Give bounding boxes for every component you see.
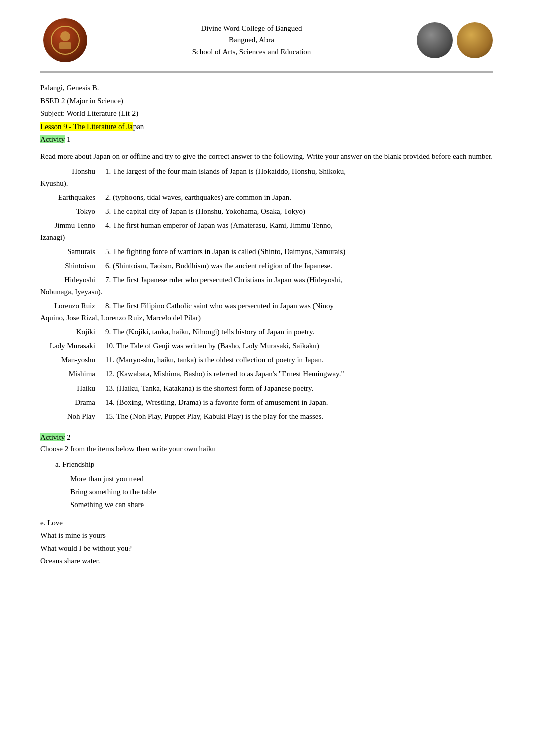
logo-left <box>40 15 90 65</box>
qa-answer-15: Noh Play <box>40 410 105 422</box>
student-subject: Subject: World Literature (Lit 2) <box>40 107 493 120</box>
qa-item-8-cont: Aquino, Jose Rizal, Lorenzo Ruiz, Marcel… <box>40 312 493 324</box>
qa-item-11: Man-yoshu 11. (Manyo-shu, haiku, tanka) … <box>40 354 493 366</box>
qa-answer-9: Kojiki <box>40 326 105 338</box>
qa-question-2: 2. (typhoons, tidal waves, earthquakes) … <box>105 191 493 203</box>
header-logos-right <box>413 22 493 58</box>
qa-answer-13: Haiku <box>40 382 105 394</box>
qa-item-13: Haiku 13. (Haiku, Tanka, Katakana) is th… <box>40 382 493 394</box>
qa-answer-2: Earthquakes <box>40 191 105 203</box>
qa-item-9: Kojiki 9. The (Kojiki, tanka, haiku, Nih… <box>40 326 493 338</box>
student-course: BSED 2 (Major in Science) <box>40 95 493 108</box>
activity2-heading: Activity 2 <box>40 433 493 442</box>
qa-item-14: Drama 14. (Boxing, Wrestling, Drama) is … <box>40 396 493 408</box>
header-line1: Divine Word College of Bangued <box>90 23 413 34</box>
qa-item-7: Hideyoshi 7. The first Japanese ruler wh… <box>40 274 493 298</box>
qa-answer-12: Mishima <box>40 368 105 380</box>
qa-answer-4: Jimmu Tenno <box>40 219 105 231</box>
qa-item-8: Lorenzo Ruiz 8. The first Filipino Catho… <box>40 300 493 324</box>
qa-question-8: 8. The first Filipino Catholic saint who… <box>105 300 493 312</box>
haiku-e-line2: What would I be without you? <box>40 542 493 555</box>
haiku-item-a: a. Friendship <box>55 458 493 471</box>
qa-item-7-cont: Nobunaga, Iyeyasu). <box>40 286 493 298</box>
qa-question-15: 15. The (Noh Play, Puppet Play, Kabuki P… <box>105 410 493 422</box>
activity2-section: Activity 2 Choose 2 from the items below… <box>40 433 493 568</box>
qa-item-4-cont: Izanagi) <box>40 231 493 243</box>
haiku-item-e-label: e. Love <box>40 517 493 530</box>
qa-item-2: Earthquakes 2. (typhoons, tidal waves, e… <box>40 191 493 203</box>
student-name: Palangi, Genesis B. <box>40 82 493 95</box>
qa-question-10: 10. The Tale of Genji was written by (Ba… <box>105 340 493 352</box>
school-logo-left <box>43 18 87 62</box>
haiku-a-line3: Something we can share <box>70 498 493 512</box>
activity1-number: 1 <box>65 135 70 143</box>
haiku-e-line3: Oceans share water. <box>40 555 493 568</box>
activity2-number: 2 <box>65 433 70 441</box>
qa-item-7-firstline: Hideyoshi 7. The first Japanese ruler wh… <box>40 274 493 286</box>
lesson-highlight: Lesson 9 - The Literature of Ja <box>40 122 133 131</box>
qa-answer-1: Honshu <box>40 165 105 177</box>
qa-item-4-firstline: Jimmu Tenno 4. The first human emperor o… <box>40 219 493 231</box>
activity1-intro: Read more about Japan on or offline and … <box>40 150 493 162</box>
header-center: Divine Word College of Bangued Bangued, … <box>90 23 413 58</box>
qa-item-8-firstline: Lorenzo Ruiz 8. The first Filipino Catho… <box>40 300 493 312</box>
activity2-label: Activity <box>40 433 65 441</box>
qa-question-13: 13. (Haiku, Tanka, Katakana) is the shor… <box>105 382 493 394</box>
qa-answer-11: Man-yoshu <box>40 354 105 366</box>
header-line2: Bangued, Abra <box>90 34 413 46</box>
lesson-line: Lesson 9 - The Literature of Japan <box>40 120 493 134</box>
qa-answer-7: Hideyoshi <box>40 274 105 286</box>
qa-answer-6: Shintoism <box>40 260 105 272</box>
qa-item-5: Samurais 5. The fighting force of warrio… <box>40 245 493 258</box>
qa-answer-10: Lady Murasaki <box>40 340 105 352</box>
header-line3: School of Arts, Sciences and Education <box>90 46 413 58</box>
student-info: Palangi, Genesis B. BSED 2 (Major in Sci… <box>40 82 493 146</box>
qa-item-12: Mishima 12. (Kawabata, Mishima, Basho) i… <box>40 368 493 380</box>
qa-question-4: 4. The first human emperor of Japan was … <box>105 219 493 231</box>
qa-question-14: 14. (Boxing, Wrestling, Drama) is a favo… <box>105 396 493 408</box>
school-logo-right2 <box>457 22 493 58</box>
haiku-e-line1: What is mine is yours <box>40 529 493 542</box>
qa-question-6: 6. (Shintoism, Taoism, Buddhism) was the… <box>105 260 493 272</box>
page: Divine Word College of Bangued Bangued, … <box>0 0 533 756</box>
qa-item-1: Honshu 1. The largest of the four main i… <box>40 165 493 189</box>
qa-item-3: Tokyo 3. The capital city of Japan is (H… <box>40 205 493 217</box>
qa-question-12: 12. (Kawabata, Mishima, Basho) is referr… <box>105 368 493 380</box>
qa-section: Honshu 1. The largest of the four main i… <box>40 165 493 422</box>
qa-question-11: 11. (Manyo-shu, haiku, tanka) is the old… <box>105 354 493 366</box>
qa-answer-3: Tokyo <box>40 205 105 217</box>
activity1-heading: Activity 1 <box>40 133 493 146</box>
activity1-label: Activity <box>40 135 65 143</box>
haiku-lines-a: More than just you need Bring something … <box>70 473 493 512</box>
activity2-intro: Choose 2 from the items below then write… <box>40 445 493 453</box>
qa-item-1-cont: Kyushu). <box>40 177 493 189</box>
qa-question-5: 5. The fighting force of warriors in Jap… <box>105 245 493 258</box>
love-section: e. Love What is mine is yours What would… <box>40 517 493 568</box>
qa-item-6: Shintoism 6. (Shintoism, Taoism, Buddhis… <box>40 260 493 272</box>
svg-rect-2 <box>59 42 71 49</box>
lesson-suffix: pan <box>133 122 144 131</box>
qa-question-7: 7. The first Japanese ruler who persecut… <box>105 274 493 286</box>
haiku-item-a-label: a. Friendship <box>55 460 94 468</box>
haiku-a-line2: Bring something to the table <box>70 486 493 499</box>
qa-answer-5: Samurais <box>40 245 105 258</box>
qa-item-1-firstline: Honshu 1. The largest of the four main i… <box>40 165 493 177</box>
qa-question-1: 1. The largest of the four main islands … <box>105 165 493 177</box>
haiku-a-line1: More than just you need <box>70 473 493 486</box>
qa-item-10: Lady Murasaki 10. The Tale of Genji was … <box>40 340 493 352</box>
svg-point-1 <box>60 31 70 41</box>
qa-item-4: Jimmu Tenno 4. The first human emperor o… <box>40 219 493 243</box>
school-logo-right1 <box>417 22 453 58</box>
qa-answer-14: Drama <box>40 396 105 408</box>
qa-question-3: 3. The capital city of Japan is (Honshu,… <box>105 205 493 217</box>
qa-question-9: 9. The (Kojiki, tanka, haiku, Nihongi) t… <box>105 326 493 338</box>
qa-item-15: Noh Play 15. The (Noh Play, Puppet Play,… <box>40 410 493 422</box>
qa-answer-8: Lorenzo Ruiz <box>40 300 105 312</box>
header: Divine Word College of Bangued Bangued, … <box>40 15 493 73</box>
body: Palangi, Genesis B. BSED 2 (Major in Sci… <box>40 82 493 568</box>
